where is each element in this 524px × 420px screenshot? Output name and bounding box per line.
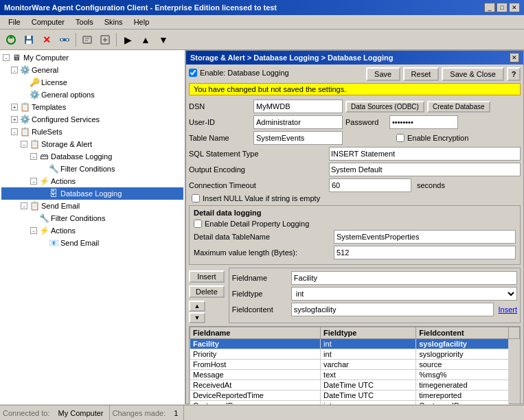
max-value-row: Maximum value length (Bytes):: [194, 246, 516, 259]
expand-templates[interactable]: +: [11, 104, 18, 110]
tree-item-general-options[interactable]: ⚙️ General options: [1, 89, 183, 101]
max-value-input[interactable]: [334, 246, 516, 259]
expand-my-computer[interactable]: -: [3, 54, 10, 61]
create-db-btn[interactable]: Create Database: [427, 101, 490, 113]
connection-timeout-row: Connection Timeout seconds: [189, 178, 521, 192]
send-email-parent-icon: 📋: [29, 200, 40, 211]
help-button[interactable]: ?: [507, 67, 521, 81]
detail-tablename-input[interactable]: [334, 230, 516, 244]
toolbar-save[interactable]: [21, 32, 37, 48]
tree-item-db-logging-child[interactable]: 🗄 Database Logging: [1, 187, 183, 200]
userid-row: User-ID Password: [189, 115, 521, 129]
delete-button[interactable]: Delete: [189, 285, 225, 298]
menu-computer[interactable]: Computer: [26, 16, 70, 27]
close-btn[interactable]: ✕: [509, 3, 520, 12]
enable-detail-checkbox[interactable]: [194, 220, 202, 228]
menu-tools[interactable]: Tools: [70, 16, 99, 27]
table-row[interactable]: Facilityintsyslogfacility: [190, 339, 520, 349]
svg-rect-4: [26, 40, 32, 44]
table-row[interactable]: Messagetext%msg%: [190, 370, 520, 380]
tree-item-configured-services[interactable]: + ⚙️ Configured Services: [1, 113, 183, 126]
dialog-close-btn[interactable]: ✕: [510, 53, 519, 62]
reset-button[interactable]: Reset: [403, 67, 440, 81]
col-fieldtype: Fieldtype: [321, 327, 416, 339]
table-cell-fieldcontent: timegenerated: [416, 380, 509, 390]
toolbar-down[interactable]: ▼: [155, 32, 172, 48]
tree-item-filter-conditions-2[interactable]: 🔧 Filter Conditions: [1, 212, 183, 224]
expand-configured[interactable]: +: [11, 116, 18, 123]
data-sources-btn[interactable]: Data Sources (ODBC): [345, 101, 424, 113]
output-encoding-select[interactable]: System Default: [329, 163, 521, 176]
fieldtype-select[interactable]: int varchar text DateTime UTC: [291, 287, 517, 301]
table-row[interactable]: DeviceReportedTimeDateTime UTCtimereport…: [190, 390, 520, 401]
enable-detail-row: Enable Detail Property Logging: [194, 220, 516, 228]
menu-file[interactable]: File: [3, 16, 26, 27]
license-icon: 🔑: [29, 77, 40, 88]
svg-point-7: [66, 38, 69, 41]
tree-item-license[interactable]: 🔑 License: [1, 76, 183, 89]
expand-storage[interactable]: -: [21, 141, 27, 148]
save-button[interactable]: Save: [366, 67, 400, 81]
toolbar-play[interactable]: ▶: [119, 32, 136, 48]
tree-item-actions-2[interactable]: - ⚡ Actions: [1, 224, 183, 237]
toolbar-connect[interactable]: [56, 32, 73, 48]
null-value-checkbox[interactable]: [192, 194, 200, 202]
expand-db-parent[interactable]: -: [30, 153, 37, 160]
expand-actions-2[interactable]: -: [30, 227, 37, 234]
minimize-btn[interactable]: _: [484, 3, 495, 12]
insert-button[interactable]: Insert: [189, 270, 225, 283]
tree-item-my-computer[interactable]: - 🖥 My Computer: [1, 51, 183, 64]
toolbar-up[interactable]: ▲: [137, 32, 154, 48]
move-up-btn[interactable]: ▲: [189, 301, 205, 312]
connection-timeout-input[interactable]: [329, 178, 411, 192]
menu-help[interactable]: Help: [128, 16, 155, 27]
sql-type-select[interactable]: INSERT Statement: [329, 147, 521, 161]
filter-icon-2: 🔧: [38, 213, 49, 224]
expand-general[interactable]: -: [11, 67, 18, 73]
tree-item-rulesets[interactable]: - 📋 RuleSets: [1, 126, 183, 138]
fieldname-input[interactable]: [291, 271, 517, 285]
expand-actions[interactable]: -: [30, 178, 37, 185]
password-input[interactable]: [389, 115, 458, 129]
tree-item-db-logging-parent[interactable]: - 🗃 Database Logging: [1, 150, 183, 163]
tree-item-actions[interactable]: - ⚡ Actions: [1, 175, 183, 187]
col-fieldcontent: Fieldcontent: [416, 327, 509, 339]
data-table-container: Fieldname Fieldtype Fieldcontent Facilit…: [189, 326, 521, 404]
null-value-label: Insert NULL Value if string is empty: [203, 194, 320, 202]
dialog-body: Enable: Database Logging Save Reset Save…: [186, 65, 523, 404]
expand-rulesets[interactable]: -: [11, 128, 18, 135]
table-cell-fieldname: ReceivedAt: [190, 380, 321, 390]
tree-item-filter-conditions-1[interactable]: 🔧 Filter Conditions: [1, 163, 183, 175]
fieldcontent-insert-link[interactable]: Insert: [498, 305, 517, 314]
fieldcontent-input[interactable]: [291, 303, 494, 316]
svg-rect-8: [83, 36, 91, 43]
toolbar-refresh[interactable]: [3, 32, 19, 48]
table-row[interactable]: FromHostvarcharsource: [190, 360, 520, 370]
maximize-btn[interactable]: □: [497, 3, 508, 12]
save-close-button[interactable]: Save & Close: [442, 67, 504, 81]
toolbar-stop[interactable]: ✕: [38, 32, 55, 48]
enable-checkbox[interactable]: [189, 69, 197, 77]
table-row[interactable]: ReceivedAtDateTime UTCtimegenerated: [190, 380, 520, 390]
dialog: Storage & Alert > Database Logging > Dat…: [185, 50, 524, 404]
dsn-input[interactable]: [253, 100, 343, 113]
tree-item-send-email-child[interactable]: 📧 Send Email: [1, 237, 183, 249]
tree-item-storage-alert[interactable]: - 📋 Storage & Alert: [1, 138, 183, 150]
tree-item-send-email-parent[interactable]: - 📋 Send Email: [1, 200, 183, 212]
table-row[interactable]: CustomerIDintCustomerID: [190, 401, 520, 405]
table-cell-fieldcontent: syslogpriority: [416, 349, 509, 360]
tree-item-templates[interactable]: + 📋 Templates: [1, 101, 183, 113]
expand-send-email[interactable]: -: [21, 202, 27, 209]
toolbar-new[interactable]: [97, 32, 113, 48]
table-cell-fieldname: Facility: [190, 339, 321, 349]
menu-skins[interactable]: Skins: [99, 16, 128, 27]
fieldcontent-row: Fieldcontent Insert: [232, 303, 517, 316]
tree-item-general[interactable]: - ⚙️ General: [1, 64, 183, 76]
tablename-input[interactable]: [253, 131, 343, 145]
table-row[interactable]: Priorityintsyslogpriority: [190, 349, 520, 360]
toolbar-sep-2: [116, 33, 117, 47]
move-down-btn[interactable]: ▼: [189, 312, 205, 323]
userid-input[interactable]: [253, 115, 343, 129]
toolbar-properties[interactable]: [79, 32, 95, 48]
encryption-checkbox[interactable]: [396, 134, 405, 142]
